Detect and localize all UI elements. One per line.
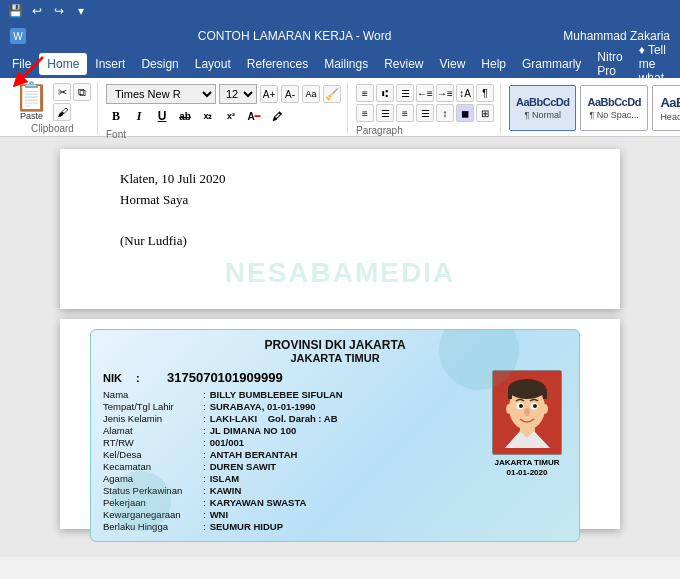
numbering-button[interactable]: ⑆ [376, 84, 394, 102]
svg-point-4 [508, 379, 546, 399]
align-center-button[interactable]: ☰ [376, 104, 394, 122]
font-section: Times New R 12 A+ A- Aa 🧹 B I U ab x₂ x²… [100, 82, 348, 134]
menu-design[interactable]: Design [133, 53, 186, 75]
save-button[interactable]: 💾 [6, 2, 24, 20]
menu-home[interactable]: Home [39, 53, 87, 75]
align-left-button[interactable]: ≡ [356, 104, 374, 122]
menu-insert[interactable]: Insert [87, 53, 133, 75]
styles-section: AaBbCcDd ¶ Normal AaBbCcDd ¶ No Spac... … [503, 82, 680, 134]
doc-line-regards: Hormat Saya [120, 190, 560, 211]
svg-rect-6 [543, 389, 547, 399]
style-no-spacing[interactable]: AaBbCcDd ¶ No Spac... [580, 85, 647, 131]
multilevel-button[interactable]: ☰ [396, 84, 414, 102]
line-spacing-button[interactable]: ↕ [436, 104, 454, 122]
doc-line-date: Klaten, 10 Juli 2020 [120, 169, 560, 190]
paragraph-section: ≡ ⑆ ☰ ←≡ →≡ ↕A ¶ ≡ ☰ ≡ ☰ ↕ ◼ ⊞ Paragraph [350, 82, 501, 134]
highlight-button[interactable]: 🖍 [267, 106, 287, 126]
bold-button[interactable]: B [106, 106, 126, 126]
increase-indent-button[interactable]: →≡ [436, 84, 454, 102]
style-normal-sample: AaBbCcDd [516, 96, 569, 108]
font-row-1: Times New R 12 A+ A- Aa 🧹 [106, 84, 341, 104]
doc-line-name: (Nur Ludfia) [120, 231, 560, 252]
ktp-nik-colon: : [133, 372, 163, 384]
ktp-field-keldesa: Kel/Desa : ANTAH BERANTAH [103, 449, 479, 460]
sort-button[interactable]: ↕A [456, 84, 474, 102]
doc-content-page1: Klaten, 10 Juli 2020 Hormat Saya (Nur Lu… [120, 169, 560, 252]
font-row-2: B I U ab x₂ x² A▬ 🖍 [106, 106, 341, 126]
increase-font-button[interactable]: A+ [260, 85, 278, 103]
svg-point-10 [533, 404, 537, 408]
menu-mailings[interactable]: Mailings [316, 53, 376, 75]
menu-references[interactable]: References [239, 53, 316, 75]
menu-help[interactable]: Help [473, 53, 514, 75]
subscript-button[interactable]: x₂ [198, 106, 218, 126]
font-family-select[interactable]: Times New R [106, 84, 216, 104]
customize-qat-button[interactable]: ▾ [72, 2, 90, 20]
ktp-field-kelamin: Jenis Kelamin : LAKI-LAKI Gol. Darah : A… [103, 413, 479, 424]
ktp-nik-value: 3175070101909999 [167, 370, 283, 385]
menu-review[interactable]: Review [376, 53, 431, 75]
style-normal-label: ¶ Normal [525, 110, 561, 120]
format-painter-button[interactable]: 🖌 [53, 103, 71, 121]
show-hide-button[interactable]: ¶ [476, 84, 494, 102]
style-nospacing-label: ¶ No Spac... [590, 110, 639, 120]
ktp-field-warga: Kewarganegaraan : WNI [103, 509, 479, 520]
ktp-nik-label: NIK [103, 372, 133, 384]
clear-format-button[interactable]: 🧹 [323, 85, 341, 103]
title-bar-left: W [10, 28, 26, 44]
para-row-1: ≡ ⑆ ☰ ←≡ →≡ ↕A ¶ [356, 84, 494, 102]
font-size-select[interactable]: 12 [219, 84, 257, 104]
word-icon: W [10, 28, 26, 44]
ktp-field-pekerjaan: Pekerjaan : KARYAWAN SWASTA [103, 497, 479, 508]
paste-label: Paste [20, 111, 43, 121]
cut-button[interactable]: ✂ [53, 83, 71, 101]
paragraph-label: Paragraph [356, 125, 494, 136]
ktp-header: PROVINSI DKI JAKARTA JAKARTA TIMUR [103, 338, 567, 364]
svg-rect-5 [508, 389, 512, 399]
italic-button[interactable]: I [129, 106, 149, 126]
ktp-field-status: Status Perkawinan : KAWIN [103, 485, 479, 496]
font-color-button[interactable]: A▬ [244, 106, 264, 126]
ktp-nik-row: NIK : 3175070101909999 [103, 370, 479, 385]
ktp-field-lahir: Tempat/Tgl Lahir : SURABAYA, 01-01-1990 [103, 401, 479, 412]
ktp-card: PROVINSI DKI JAKARTA JAKARTA TIMUR NIK :… [90, 329, 580, 542]
decrease-font-button[interactable]: A- [281, 85, 299, 103]
change-case-button[interactable]: Aa [302, 85, 320, 103]
title-bar: W CONTOH LAMARAN KERJA - Word Muhammad Z… [0, 22, 680, 50]
borders-button[interactable]: ⊞ [476, 104, 494, 122]
menu-view[interactable]: View [432, 53, 474, 75]
ktp-province: PROVINSI DKI JAKARTA [103, 338, 567, 352]
copy-button[interactable]: ⧉ [73, 83, 91, 101]
menu-file[interactable]: File [4, 53, 39, 75]
document-page-1: Klaten, 10 Juli 2020 Hormat Saya (Nur Lu… [60, 149, 620, 309]
menu-nitro[interactable]: Nitro Pro [589, 46, 630, 82]
style-heading1[interactable]: AaBbC Heading 1 [652, 85, 680, 131]
shading-button[interactable]: ◼ [456, 104, 474, 122]
svg-point-11 [524, 408, 530, 416]
undo-button[interactable]: ↩ [28, 2, 46, 20]
ktp-caption-date: 01-01-2020 [507, 468, 548, 477]
svg-point-9 [519, 404, 523, 408]
align-right-button[interactable]: ≡ [396, 104, 414, 122]
style-nospacing-sample: AaBbCcDd [587, 96, 640, 108]
underline-button[interactable]: U [152, 106, 172, 126]
svg-point-12 [506, 404, 512, 414]
strikethrough-button[interactable]: ab [175, 106, 195, 126]
document-title: CONTOH LAMARAN KERJA - Word [26, 29, 563, 43]
bullets-button[interactable]: ≡ [356, 84, 374, 102]
superscript-button[interactable]: x² [221, 106, 241, 126]
para-row-2: ≡ ☰ ≡ ☰ ↕ ◼ ⊞ [356, 104, 494, 122]
menu-grammarly[interactable]: Grammarly [514, 53, 589, 75]
style-heading1-sample: AaBbC [660, 95, 680, 110]
ktp-photo-avatar [495, 373, 560, 453]
menu-layout[interactable]: Layout [187, 53, 239, 75]
ribbon-row: 📋 Paste ✂ ⧉ 🖌 Clipboard Times New R [8, 82, 672, 134]
watermark: NESABAMEDIA [225, 257, 455, 289]
redo-button[interactable]: ↪ [50, 2, 68, 20]
ktp-info: NIK : 3175070101909999 Nama : BILLY BUMB… [103, 370, 479, 533]
style-normal[interactable]: AaBbCcDd ¶ Normal [509, 85, 576, 131]
ktp-field-berlaku: Berlaku Hingga : SEUMUR HIDUP [103, 521, 479, 532]
clipboard-label: Clipboard [8, 123, 97, 134]
justify-button[interactable]: ☰ [416, 104, 434, 122]
decrease-indent-button[interactable]: ←≡ [416, 84, 434, 102]
